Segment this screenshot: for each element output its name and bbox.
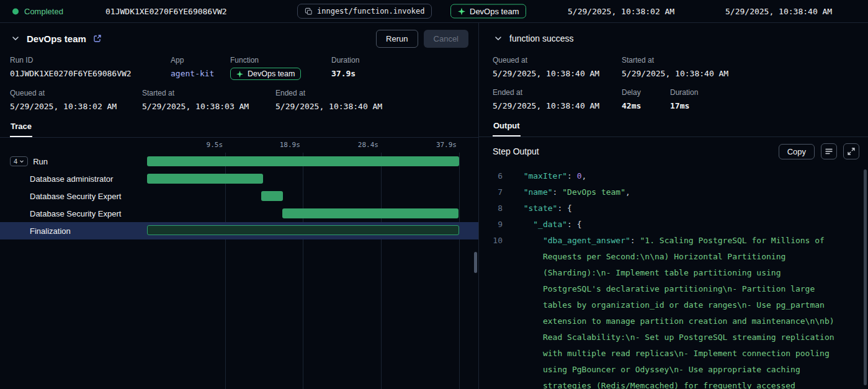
run-ended-timestamp: 5/29/2025, 10:38:40 AM — [725, 7, 832, 16]
run-id-field: Run ID 01JWDK1XE0270F6YE69086VW2 — [10, 56, 171, 80]
trigger-event-label: inngest/function.invoked — [317, 7, 424, 16]
line-number: 8 — [488, 200, 503, 217]
trace-row[interactable]: Database Security Expert — [0, 187, 478, 205]
code-line: 7"name": "DevOps team", — [488, 184, 868, 200]
external-link-icon — [93, 34, 102, 43]
run-id-value: 01JWDK1XE0270F6YE69086VW2 — [10, 68, 171, 79]
open-function-link[interactable] — [92, 33, 103, 44]
code-text: "state": { — [514, 200, 868, 217]
step-name: Run — [33, 157, 48, 166]
trace-bar-area — [147, 187, 459, 205]
ended-value: 5/29/2025, 10:38:40 AM — [275, 101, 468, 112]
step-duration-value: 17ms — [670, 100, 858, 112]
chevron-down-icon — [494, 34, 503, 43]
trace-bar-area — [147, 170, 459, 187]
step-tabs: Output — [479, 116, 868, 137]
run-status-bar: Completed 01JWDK1XE0270F6YE69086VW2 inng… — [0, 0, 868, 23]
status-label: Completed — [24, 7, 63, 16]
collapse-run-button[interactable] — [10, 33, 21, 44]
status-dot-icon — [12, 8, 19, 14]
field-label: Started at — [622, 56, 858, 65]
started-field: Started at 5/29/2025, 10:38:03 AM — [142, 89, 275, 112]
trace-row-label: Database Security Expert — [0, 205, 147, 222]
axis-tick-label: 18.9s — [280, 141, 300, 149]
trace-span-bar[interactable] — [282, 208, 459, 218]
cancel-button[interactable]: Cancel — [424, 30, 468, 48]
trace-row-label: 4Run — [0, 153, 147, 170]
step-details-row-2: Ended at 5/29/2025, 10:38:40 AM Delay 42… — [479, 84, 868, 116]
step-queued-value: 5/29/2025, 10:38:40 AM — [493, 68, 622, 79]
line-number: 10 — [488, 233, 503, 249]
axis-tick-label: 9.5s — [207, 141, 223, 149]
collapse-step-button[interactable] — [493, 33, 504, 44]
field-label: Run ID — [10, 56, 171, 65]
step-ended-value: 5/29/2025, 10:38:40 AM — [493, 100, 622, 112]
field-label: Ended at — [275, 89, 468, 97]
run-details-row-1: Run ID 01JWDK1XE0270F6YE69086VW2 App age… — [0, 51, 478, 84]
field-label: Duration — [670, 88, 858, 97]
step-output-code[interactable]: 6"maxIter": 0,7"name": "DevOps team",8"s… — [479, 166, 868, 389]
step-started-field: Started at 5/29/2025, 10:38:40 AM — [622, 56, 858, 79]
code-text: "name": "DevOps team", — [514, 184, 868, 200]
expand-output-button[interactable] — [843, 143, 859, 159]
rerun-button[interactable]: Rerun — [376, 30, 418, 48]
chevron-down-icon — [11, 34, 20, 43]
tab-output[interactable]: Output — [493, 116, 521, 136]
run-panel-header: DevOps team Rerun Cancel — [0, 23, 478, 51]
trace-rows: 4RunDatabase administratorDatabase Secur… — [0, 153, 478, 239]
row-expand-toggle[interactable]: 4 — [10, 156, 28, 166]
run-tabs: Trace — [0, 117, 478, 138]
code-text: "maxIter": 0, — [514, 168, 868, 184]
run-details-panel: DevOps team Rerun Cancel Run ID 01JWDK1X… — [0, 23, 479, 389]
function-value-badge[interactable]: DevOps team — [230, 68, 301, 80]
trace-span-bar[interactable] — [147, 225, 459, 235]
trace-span-bar[interactable] — [147, 174, 263, 184]
field-label: Queued at — [493, 56, 622, 65]
step-duration-field: Duration 17ms — [670, 88, 858, 112]
code-line: 8"state": { — [488, 200, 868, 217]
step-details-panel: function success Queued at 5/29/2025, 10… — [479, 23, 868, 389]
step-delay-value: 42ms — [622, 100, 670, 112]
step-name: Database Security Expert — [30, 209, 121, 218]
trace-scrollbar[interactable] — [474, 252, 477, 273]
step-name: Finalization — [30, 226, 71, 236]
tab-trace[interactable]: Trace — [10, 117, 32, 137]
app-link[interactable]: agent-kit — [171, 68, 230, 79]
trace-bar-area — [147, 153, 459, 170]
step-panel-header: function success — [479, 23, 868, 51]
caret-down-icon — [19, 159, 24, 164]
trace-row[interactable]: Database Security Expert — [0, 205, 478, 222]
trace-span-bar[interactable] — [261, 191, 283, 201]
step-delay-field: Delay 42ms — [622, 88, 670, 112]
trace-row[interactable]: Finalization — [0, 222, 478, 239]
duration-value: 37.9s — [331, 68, 468, 79]
run-queued-timestamp: 5/29/2025, 10:38:02 AM — [568, 7, 674, 16]
copy-output-button[interactable]: Copy — [779, 144, 815, 159]
trace-bar-area — [147, 222, 459, 239]
line-number: 6 — [488, 168, 503, 184]
step-ended-field: Ended at 5/29/2025, 10:38:40 AM — [493, 88, 622, 112]
step-details-row-1: Queued at 5/29/2025, 10:38:40 AM Started… — [479, 51, 868, 84]
trace-axis: 9.5s18.9s28.4s37.9s — [147, 138, 459, 153]
step-title: function success — [509, 34, 574, 43]
started-value: 5/29/2025, 10:38:03 AM — [142, 101, 275, 112]
output-toolbar: Step Output Copy — [479, 137, 868, 166]
code-text: "_data": { — [514, 217, 868, 233]
function-badge[interactable]: DevOps team — [450, 4, 526, 19]
output-scrollbar[interactable] — [864, 169, 867, 385]
main-content: DevOps team Rerun Cancel Run ID 01JWDK1X… — [0, 23, 868, 389]
trace-waterfall: 9.5s18.9s28.4s37.9s 4RunDatabase adminis… — [0, 138, 478, 389]
run-details-row-2: Queued at 5/29/2025, 10:38:02 AM Started… — [0, 84, 478, 117]
run-status: Completed — [12, 7, 63, 16]
step-name: Database administrator — [30, 174, 113, 184]
queued-field: Queued at 5/29/2025, 10:38:02 AM — [10, 89, 142, 112]
function-value-label: DevOps team — [248, 69, 295, 78]
trace-span-bar[interactable] — [147, 156, 459, 166]
code-line: 10"dba_agent_answer": "1. Scaling Postgr… — [488, 233, 868, 389]
run-id-text: 01JWDK1XE0270F6YE69086VW2 — [105, 7, 227, 16]
word-wrap-button[interactable] — [821, 143, 837, 159]
trace-row[interactable]: 4Run — [0, 153, 478, 170]
trace-row[interactable]: Database administrator — [0, 170, 478, 187]
run-title: DevOps team — [27, 34, 86, 44]
trigger-event-badge[interactable]: inngest/function.invoked — [297, 4, 432, 19]
